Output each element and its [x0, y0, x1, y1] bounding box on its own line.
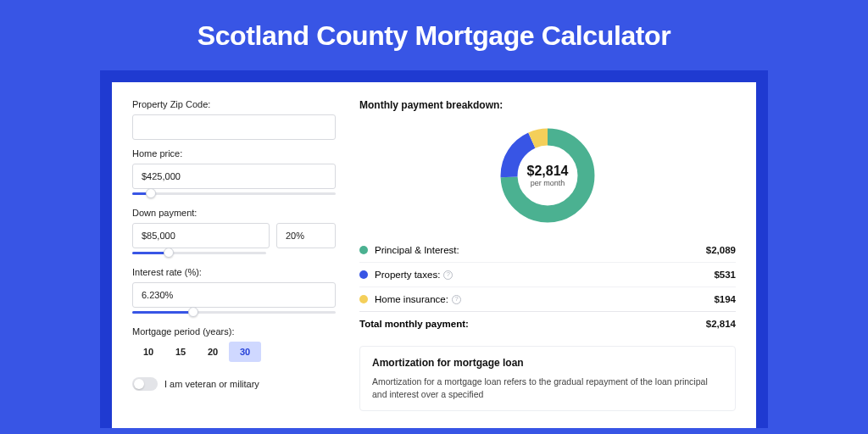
legend-value: $531: [714, 270, 736, 280]
down-label: Down payment:: [132, 208, 336, 218]
legend-dot: [359, 295, 368, 303]
rate-input[interactable]: [132, 282, 336, 308]
period-option-20[interactable]: 20: [197, 342, 229, 362]
period-label: Mortgage period (years):: [132, 326, 336, 337]
down-amount-input[interactable]: [132, 223, 270, 248]
legend-dot: [359, 246, 368, 254]
legend-label: Home insurance:?: [375, 294, 714, 304]
zip-label: Property Zip Code:: [132, 99, 336, 109]
down-percent-input[interactable]: [276, 223, 336, 248]
breakdown-heading: Monthly payment breakdown:: [359, 99, 736, 111]
donut-center-sub: per month: [531, 179, 565, 187]
calculator-card: Property Zip Code: Home price: Down paym…: [112, 82, 756, 428]
slider-track: [132, 192, 336, 195]
info-icon[interactable]: ?: [452, 295, 461, 304]
page-title: Scotland County Mortgage Calculator: [0, 0, 868, 70]
rate-label: Interest rate (%):: [132, 267, 336, 277]
price-label: Home price:: [132, 148, 336, 159]
veteran-label: I am veteran or military: [164, 379, 259, 389]
info-icon[interactable]: ?: [443, 270, 453, 280]
amortization-box: Amortization for mortgage loan Amortizat…: [359, 346, 736, 411]
veteran-toggle[interactable]: [132, 377, 158, 391]
rate-slider[interactable]: [132, 306, 336, 318]
slider-thumb[interactable]: [164, 248, 174, 258]
down-slider[interactable]: [132, 247, 266, 259]
period-option-10[interactable]: 10: [132, 342, 164, 362]
inputs-column: Property Zip Code: Home price: Down paym…: [132, 99, 336, 411]
legend-dot: [359, 270, 368, 279]
results-column: Monthly payment breakdown: $2,814 per mo…: [359, 99, 736, 411]
legend-row: Home insurance:?$194: [359, 287, 736, 311]
veteran-row: I am veteran or military: [132, 377, 336, 391]
amortization-text: Amortization for a mortgage loan refers …: [372, 376, 723, 400]
legend-label: Principal & Interest:: [375, 245, 706, 255]
slider-fill: [132, 311, 193, 314]
period-option-30[interactable]: 30: [229, 342, 261, 362]
slider-thumb[interactable]: [146, 188, 156, 198]
donut-center-amount: $2,814: [527, 164, 569, 179]
zip-input[interactable]: [132, 114, 336, 140]
amortization-title: Amortization for mortgage loan: [372, 357, 723, 369]
legend-label: Property taxes:?: [375, 270, 714, 280]
period-segmented: 10152030: [132, 342, 336, 362]
price-slider[interactable]: [132, 187, 336, 199]
breakdown-legend: Principal & Interest:$2,089Property taxe…: [359, 238, 736, 311]
card-outer: Property Zip Code: Home price: Down paym…: [100, 70, 768, 428]
total-value: $2,814: [706, 319, 736, 329]
legend-row: Property taxes:?$531: [359, 262, 736, 287]
price-input[interactable]: [132, 164, 336, 189]
legend-value: $194: [714, 294, 736, 304]
legend-value: $2,089: [706, 245, 736, 255]
donut-container: $2,814 per month: [359, 120, 736, 238]
payment-donut-chart: $2,814 per month: [497, 125, 598, 226]
slider-thumb[interactable]: [188, 307, 198, 317]
legend-row: Principal & Interest:$2,089: [359, 238, 736, 262]
toggle-knob: [134, 379, 144, 389]
total-label: Total monthly payment:: [359, 319, 706, 329]
period-option-15[interactable]: 15: [164, 342, 197, 362]
total-row: Total monthly payment: $2,814: [359, 311, 736, 336]
